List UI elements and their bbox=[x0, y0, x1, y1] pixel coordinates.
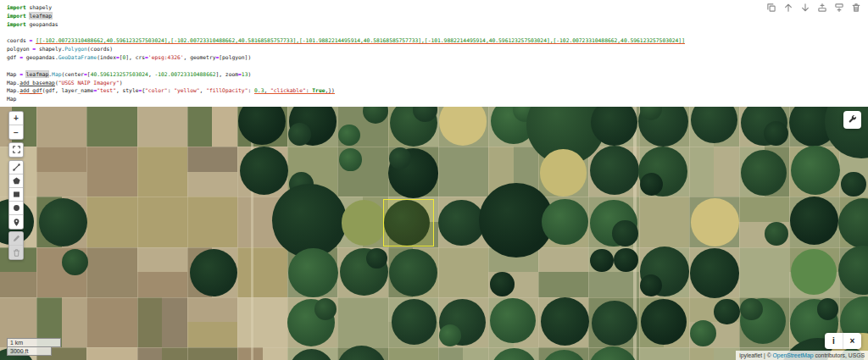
code-line: coords = [[-102.00723310488662,40.596123… bbox=[7, 36, 685, 45]
field-patch bbox=[639, 347, 690, 360]
delete-icon bbox=[851, 3, 861, 13]
pivot-field-circle bbox=[392, 299, 437, 344]
move-cell-up-button[interactable] bbox=[782, 2, 793, 13]
pivot-field-circle bbox=[389, 147, 411, 169]
field-patch bbox=[0, 197, 868, 197]
field-patch bbox=[137, 107, 138, 360]
draw-marker-button[interactable] bbox=[9, 215, 23, 229]
insert-cell-below-button[interactable] bbox=[833, 2, 844, 13]
gdf-polygon-overlay[interactable] bbox=[383, 199, 434, 246]
trash-icon bbox=[12, 248, 21, 258]
field-patch bbox=[538, 272, 589, 298]
field-patch bbox=[0, 347, 868, 348]
wrench-icon bbox=[848, 113, 858, 128]
code-line: import geopandas bbox=[7, 20, 685, 29]
delete-layers-button[interactable] bbox=[9, 246, 23, 259]
attribution: ipyleaflet | © OpenStreetMap contributor… bbox=[736, 351, 868, 360]
attribution-text: ipyleaflet bbox=[739, 352, 762, 358]
field-patch bbox=[86, 297, 137, 348]
field-patch bbox=[237, 297, 288, 348]
duplicate-icon bbox=[766, 3, 776, 13]
field-patch bbox=[137, 272, 188, 298]
draw-rectangle-button[interactable] bbox=[9, 188, 23, 202]
pivot-field-circle bbox=[791, 249, 837, 295]
pivot-field-circle bbox=[592, 301, 637, 346]
field-patch bbox=[86, 107, 87, 360]
edit-layers-button[interactable] bbox=[9, 232, 23, 246]
pivot-field-circle bbox=[791, 146, 840, 195]
circle-icon bbox=[12, 203, 21, 213]
field-patch bbox=[588, 272, 639, 298]
draw-polyline-button[interactable] bbox=[9, 161, 23, 174]
pivot-field-circle bbox=[342, 200, 387, 245]
cell-toolbar bbox=[765, 2, 861, 13]
fullscreen-button[interactable] bbox=[9, 143, 23, 157]
delete-cell-button[interactable] bbox=[850, 2, 861, 13]
code-line: polgyon = shapely.Polygon(coords) bbox=[7, 45, 685, 53]
draw-circle-button[interactable] bbox=[9, 202, 23, 215]
pivot-field-circle bbox=[690, 320, 716, 346]
code-line: Map bbox=[7, 95, 685, 103]
zoom-in-button[interactable]: + bbox=[9, 112, 23, 125]
pivot-field-circle bbox=[542, 199, 588, 246]
pivot-field-circle bbox=[438, 200, 485, 246]
zoom-out-button[interactable]: − bbox=[9, 125, 23, 139]
attribution-link[interactable]: OpenStreetMap bbox=[773, 352, 814, 358]
info-button[interactable]: i bbox=[825, 333, 843, 349]
field-patch bbox=[388, 347, 439, 360]
pivot-field-circle bbox=[272, 184, 346, 258]
field-patch bbox=[237, 107, 238, 360]
pivot-field-circle bbox=[614, 248, 638, 273]
field-patch bbox=[0, 272, 37, 298]
edit-icon bbox=[12, 234, 21, 243]
satellite-imagery bbox=[0, 107, 868, 360]
field-patch bbox=[689, 347, 715, 360]
field-patch bbox=[137, 347, 163, 360]
fullscreen-control bbox=[8, 142, 24, 158]
insert-cell-above-button[interactable] bbox=[816, 2, 827, 13]
field-patch bbox=[639, 197, 690, 247]
code-line: Map.add_gdf(gdf, layer_name="test", styl… bbox=[7, 86, 685, 95]
pivot-field-circle bbox=[641, 299, 687, 345]
pivot-field-circle bbox=[691, 198, 739, 246]
draw-polygon-button[interactable] bbox=[9, 174, 23, 188]
field-patch bbox=[86, 107, 137, 147]
field-patch bbox=[438, 247, 489, 298]
insert-above-icon bbox=[817, 3, 827, 13]
field-patch bbox=[137, 197, 188, 247]
move-cell-down-button[interactable] bbox=[799, 2, 810, 13]
field-patch bbox=[137, 147, 188, 197]
pivot-field-circle bbox=[817, 298, 839, 320]
field-patch bbox=[86, 197, 137, 247]
field-patch bbox=[237, 247, 288, 298]
code-line: Map.add_basemap("USGS NAIP Imagery") bbox=[7, 79, 685, 87]
pivot-field-circle bbox=[740, 298, 763, 321]
pivot-field-circle bbox=[640, 173, 663, 196]
duplicate-cell-button[interactable] bbox=[765, 2, 776, 13]
fullscreen-icon bbox=[12, 145, 21, 156]
toolbar-button[interactable] bbox=[843, 111, 861, 129]
map-output[interactable]: + − 1 km 3000 ft i × ipyleaflet | © Open… bbox=[0, 107, 868, 360]
pivot-field-circle bbox=[490, 298, 535, 343]
close-button[interactable]: × bbox=[843, 333, 861, 349]
pivot-field-circle bbox=[765, 222, 788, 246]
polygon-icon bbox=[12, 176, 21, 186]
move-up-icon bbox=[783, 3, 793, 13]
pivot-field-circle bbox=[389, 249, 437, 296]
pivot-field-circle bbox=[39, 198, 87, 246]
code-line: import shapely bbox=[7, 3, 685, 12]
pivot-field-circle bbox=[841, 172, 865, 197]
pivot-field-circle bbox=[339, 148, 361, 170]
code-editor[interactable]: import shapelyimport leafmapimport geopa… bbox=[7, 3, 685, 103]
pivot-field-circle bbox=[640, 274, 662, 296]
draw-toolbar bbox=[8, 160, 24, 230]
field-patch bbox=[187, 322, 238, 348]
pivot-field-circle bbox=[338, 125, 359, 146]
field-patch bbox=[187, 172, 238, 198]
polyline-icon bbox=[12, 163, 21, 172]
field-patch bbox=[187, 107, 188, 360]
code-line: import leafmap bbox=[7, 12, 685, 20]
field-patch bbox=[237, 347, 263, 360]
field-patch bbox=[36, 107, 62, 147]
zoom-control: + − bbox=[8, 111, 24, 140]
